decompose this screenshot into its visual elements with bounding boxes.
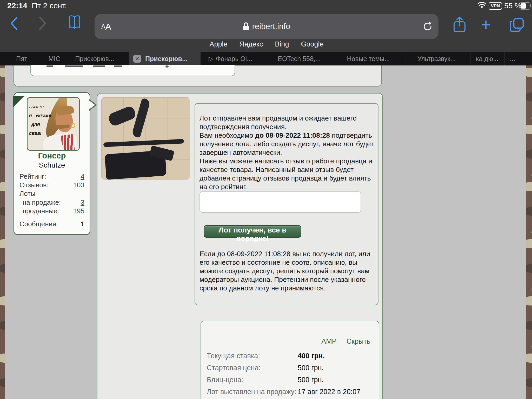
- lock-icon: [243, 22, 249, 31]
- feedback-input[interactable]: [200, 191, 361, 213]
- stat-value-feedback[interactable]: 103: [58, 181, 84, 189]
- blitz-price-label: Блиц-цена:: [207, 376, 243, 384]
- lot-status-box: Лот отправлен вам продавцом и ожидает ва…: [195, 103, 378, 305]
- camo-background-right: [526, 65, 532, 399]
- clock: 22:14: [7, 1, 27, 10]
- tab-mic[interactable]: MIC: [27, 52, 61, 65]
- bookmarks-icon[interactable]: [68, 15, 81, 29]
- stat-label-messages: Сообщения:: [19, 220, 58, 228]
- tab-strip: Пят MIC Прискорюв... ✕ Прискорюв... ▷ Фо…: [0, 52, 532, 65]
- clipped-text-remnant: [165, 65, 169, 68]
- bid-info-box: AMP Скрыть Текущая ставка: 400 грн. Стар…: [201, 321, 379, 399]
- previous-post-container: [14, 65, 382, 87]
- search-suggestions-row: Apple Яндекс Bing Google: [95, 38, 438, 50]
- tab-ka-dyu[interactable]: ка дю...: [470, 52, 504, 65]
- ipad-safari-screenshot: { "status_bar": { "time": "22:14", "date…: [0, 0, 532, 399]
- confirmation-deadline: до 08-09-2022 11:08:28: [255, 131, 330, 139]
- suggestion-bing[interactable]: Bing: [275, 40, 289, 48]
- avatar-art-earring: [71, 123, 75, 128]
- lot-photo-magazine: [131, 98, 151, 138]
- clipped-text-remnant: [114, 65, 122, 67]
- stat-label-lots: Лоты: [19, 190, 36, 198]
- camo-background-left: [0, 65, 5, 399]
- stat-label-on-sale: на продаже:: [23, 198, 61, 207]
- clipped-text-remnant: [93, 65, 105, 67]
- lot-photo-stock: [107, 105, 137, 127]
- stat-label-sold: проданные:: [23, 207, 59, 215]
- battery-icon: [520, 2, 530, 10]
- lot-received-button[interactable]: Лот получен, все в порядке!: [204, 225, 301, 238]
- close-tab-icon[interactable]: ✕: [133, 55, 141, 63]
- wifi-icon: [477, 2, 486, 9]
- username-link[interactable]: Гонсер: [14, 151, 90, 161]
- dispute-text: Если до 08-09-2022 11:08:28 вы не получи…: [200, 250, 377, 292]
- tab-pyat[interactable]: Пят: [0, 52, 28, 65]
- amp-link[interactable]: AMP: [321, 337, 337, 345]
- listed-date-label: Лот выставлен на продажу:: [207, 388, 296, 396]
- user-card: - БОГУ! Я - УКРАЇНІ! - ДЛЯ СЕБЕ! Гонсер …: [14, 92, 90, 235]
- suggestion-google[interactable]: Google: [301, 40, 323, 48]
- previous-post-bubble: [30, 65, 235, 76]
- new-tab-button[interactable]: +: [481, 15, 491, 34]
- tab-ultrazvuk[interactable]: Ультразвук...: [403, 52, 470, 65]
- stat-label-rating: Рейтинг:: [19, 172, 46, 181]
- start-price-label: Стартовая цена:: [207, 364, 261, 372]
- url-bar[interactable]: AA reibert.info: [95, 14, 438, 39]
- stat-value-rating[interactable]: 4: [58, 172, 84, 181]
- tab-novye-temy[interactable]: Новые темы...: [334, 52, 403, 65]
- listed-date-value: 17 авг 2022 в 20:07: [298, 388, 360, 396]
- avatar[interactable]: - БОГУ! Я - УКРАЇНІ! - ДЛЯ СЕБЕ!: [27, 97, 80, 151]
- current-bid-label: Текущая ставка:: [207, 352, 260, 360]
- stat-label-feedback: Отзывов:: [19, 181, 49, 189]
- user-rank: Schütze: [14, 161, 90, 169]
- tab-eotech[interactable]: EOTech 558,...: [265, 52, 334, 65]
- tab-priskoryuv-1[interactable]: Прискорюв...: [60, 52, 129, 65]
- reload-button[interactable]: [422, 14, 433, 39]
- battery-percent: 55 %: [504, 2, 521, 10]
- url-text: reibert.info: [252, 22, 290, 31]
- audio-playing-icon: ▷: [209, 55, 213, 62]
- new-post-corner-marker: [13, 96, 24, 107]
- vpn-badge: VPN: [489, 2, 502, 10]
- battery-nub: [530, 4, 531, 7]
- stat-value-sold[interactable]: 195: [58, 207, 84, 215]
- bid-links-row: AMP Скрыть: [201, 337, 370, 345]
- stat-value-on-sale[interactable]: 3: [58, 198, 84, 207]
- clipped-text-remnant: [46, 65, 53, 67]
- back-button[interactable]: [10, 17, 18, 30]
- tab-ellipsis[interactable]: ...: [504, 52, 521, 65]
- stat-value-messages: 1: [58, 220, 84, 228]
- start-price-value: 500 грн.: [298, 364, 324, 372]
- lot-photo-barrel: [103, 139, 184, 147]
- lot-photo[interactable]: [101, 97, 190, 180]
- browser-chrome: 22:14 Пт 2 сент. VPN 55 % AA: [0, 0, 532, 52]
- suggestion-apple[interactable]: Apple: [210, 40, 228, 48]
- status-date: Пт 2 сент.: [32, 1, 67, 10]
- blitz-price-value: 500 грн.: [298, 376, 324, 384]
- clipped-text-remnant: [65, 65, 83, 67]
- tab-sliver[interactable]: [521, 52, 532, 65]
- share-icon[interactable]: [453, 16, 466, 33]
- lot-status-text: Лот отправлен вам продавцом и ожидает ва…: [200, 114, 375, 191]
- avatar-slogan: - БОГУ! Я - УКРАЇНІ! - ДЛЯ СЕБЕ!: [29, 103, 53, 138]
- hide-link[interactable]: Скрыть: [347, 337, 370, 345]
- avatar-art-shirt-red: [61, 134, 75, 151]
- reader-aa-button[interactable]: AA: [101, 14, 111, 39]
- current-bid-value: 400 грн.: [298, 352, 325, 360]
- suggestion-yandex[interactable]: Яндекс: [240, 40, 263, 48]
- tabs-overview-icon[interactable]: [510, 18, 524, 32]
- forward-button[interactable]: [39, 17, 47, 30]
- tab-fonar[interactable]: ▷ Фонарь Ol...: [196, 52, 265, 65]
- card-pointer: [89, 100, 95, 110]
- tab-priskoryuv-active[interactable]: ✕ Прискорюв...: [129, 52, 201, 65]
